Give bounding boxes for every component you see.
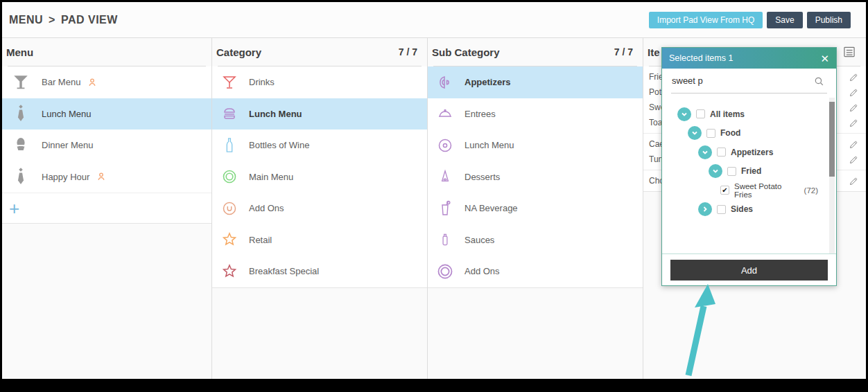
- topbar-buttons: Import Pad View From HQ Save Publish: [649, 12, 851, 28]
- tree-node-label: Sweet Potato Fries: [734, 182, 799, 199]
- publish-button[interactable]: Publish: [807, 12, 851, 28]
- subcategory-column-header: Sub Category 7 / 7: [428, 38, 643, 66]
- close-icon[interactable]: ✕: [820, 53, 829, 64]
- category-item-label: Add Ons: [249, 203, 284, 213]
- tree-node-label: Food: [720, 128, 740, 138]
- menu-item-bar-menu[interactable]: Bar Menu: [2, 66, 211, 98]
- menu-list: Bar Menu Lunch Menu Dinner Menu: [2, 66, 211, 224]
- chevron-right-icon[interactable]: [698, 202, 712, 216]
- subcategory-item-sauces[interactable]: Sauces: [428, 224, 643, 256]
- edit-pencil-icon[interactable]: [849, 176, 859, 186]
- menu-column-title: Menu: [6, 46, 33, 58]
- tree-node-sides: Sides: [662, 200, 836, 220]
- category-item-label: Main Menu: [249, 172, 293, 182]
- chevron-down-icon[interactable]: [709, 164, 722, 178]
- subcategory-item-lunch-menu[interactable]: Lunch Menu: [428, 130, 643, 161]
- double-circle-icon: [436, 262, 454, 280]
- tree-node-sweet-potato-fries: Sweet Potato Fries (72): [662, 181, 836, 200]
- category-column-title: Category: [216, 46, 261, 58]
- circle-dot-icon: [436, 136, 454, 154]
- items-column-title: Ite: [648, 46, 660, 58]
- edit-pencil-icon[interactable]: [849, 72, 859, 82]
- subcategory-item-add-ons[interactable]: Add Ons: [428, 256, 643, 287]
- add-button[interactable]: Add: [670, 260, 828, 280]
- subcategory-count: 7 / 7: [614, 46, 633, 57]
- category-item-label: Lunch Menu: [249, 109, 302, 119]
- category-item-breakfast-special[interactable]: Breakfast Special: [212, 256, 427, 287]
- category-item-label: Breakfast Special: [249, 266, 319, 276]
- chevron-down-icon[interactable]: [677, 107, 691, 121]
- checkbox[interactable]: [696, 109, 705, 118]
- checkbox-checked[interactable]: [720, 186, 729, 195]
- star-icon: [220, 231, 238, 249]
- breadcrumb-root[interactable]: MENU: [9, 14, 43, 26]
- person-flag-icon: [87, 77, 98, 88]
- cloche-icon: [436, 105, 454, 123]
- menu-item-dinner-menu[interactable]: Dinner Menu: [2, 130, 211, 161]
- circle-u-icon: [220, 199, 238, 217]
- burger-icon: [220, 105, 238, 123]
- martini-outline-icon: [220, 73, 238, 91]
- chevron-down-icon[interactable]: [688, 126, 702, 140]
- tie-icon: [10, 165, 31, 188]
- category-count: 7 / 7: [399, 46, 417, 57]
- menu-item-happy-hour[interactable]: Happy Hour: [2, 161, 211, 193]
- scrollbar-thumb[interactable]: [829, 102, 835, 177]
- search-underline: [671, 93, 827, 93]
- category-item-retail[interactable]: Retail: [212, 224, 427, 256]
- subcategory-item-na-beverage[interactable]: NA Beverage: [428, 193, 643, 224]
- category-list: Drinks Lunch Menu Bottles of Wine: [212, 66, 427, 288]
- pad-view-app: MENU > PAD VIEW Import Pad View From HQ …: [2, 2, 866, 379]
- category-item-lunch-menu[interactable]: Lunch Menu: [212, 98, 427, 130]
- martini-glass-icon: [10, 71, 31, 94]
- subcategory-item-label: Sauces: [465, 235, 494, 245]
- selected-items-popup: Selected items 1 ✕ All items Food: [661, 47, 837, 286]
- category-item-drinks[interactable]: Drinks: [212, 66, 427, 98]
- subcategory-item-desserts[interactable]: Desserts: [428, 161, 643, 193]
- checkbox[interactable]: [727, 167, 736, 176]
- import-pad-view-button[interactable]: Import Pad View From HQ: [649, 12, 763, 28]
- subcategory-item-appetizers[interactable]: Appetizers: [428, 66, 643, 98]
- edit-pencil-icon[interactable]: [849, 103, 859, 113]
- category-item-label: Bottles of Wine: [249, 140, 309, 150]
- breadcrumb: MENU > PAD VIEW: [9, 14, 118, 26]
- menu-item-label: Bar Menu: [42, 77, 80, 87]
- menu-item-label: Lunch Menu: [42, 109, 92, 119]
- edit-pencil-icon[interactable]: [849, 154, 859, 165]
- edit-pencil-icon[interactable]: [849, 118, 859, 128]
- double-circle-icon: [220, 168, 238, 186]
- sauce-bottle-icon: [436, 231, 454, 249]
- subcategory-item-entrees[interactable]: Entrees: [428, 98, 643, 130]
- egg-cup-icon: [10, 134, 31, 157]
- tree-node-all-items: All items: [662, 105, 836, 124]
- category-item-bottles-of-wine[interactable]: Bottles of Wine: [212, 130, 427, 161]
- category-item-main-menu[interactable]: Main Menu: [212, 161, 427, 193]
- wine-bottle-icon: [220, 136, 238, 154]
- popup-search: [662, 69, 836, 96]
- search-icon[interactable]: [813, 75, 825, 90]
- category-item-add-ons[interactable]: Add Ons: [212, 193, 427, 224]
- annotation-arrow: [676, 281, 724, 379]
- menu-item-lunch-menu[interactable]: Lunch Menu: [2, 98, 211, 130]
- item-search-input[interactable]: [672, 75, 804, 86]
- list-view-icon[interactable]: [842, 45, 856, 59]
- tree-node-label: All items: [710, 109, 745, 119]
- checkbox[interactable]: [717, 205, 726, 214]
- subcategory-item-label: Add Ons: [465, 266, 500, 276]
- subcategory-item-label: Entrees: [465, 109, 496, 119]
- save-button[interactable]: Save: [767, 12, 802, 28]
- tree-node-fried: Fried: [662, 162, 836, 181]
- checkbox[interactable]: [706, 129, 715, 138]
- subcategory-column-title: Sub Category: [432, 46, 500, 58]
- add-menu-row: +: [2, 193, 211, 223]
- cone-icon: [436, 168, 454, 186]
- breadcrumb-current: PAD VIEW: [61, 14, 118, 26]
- tree-node-appetizers: Appetizers: [662, 143, 836, 162]
- chevron-down-icon[interactable]: [698, 145, 712, 159]
- top-bar: MENU > PAD VIEW Import Pad View From HQ …: [2, 2, 866, 38]
- edit-pencil-icon[interactable]: [849, 87, 859, 98]
- subcategory-item-label: NA Beverage: [465, 203, 518, 213]
- checkbox[interactable]: [717, 148, 726, 157]
- edit-pencil-icon[interactable]: [849, 139, 859, 150]
- add-menu-button[interactable]: +: [9, 199, 19, 217]
